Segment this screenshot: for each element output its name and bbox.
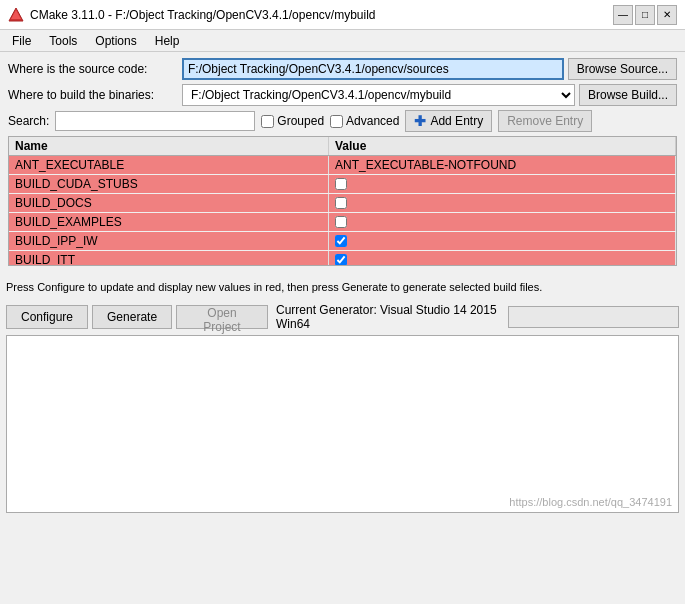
search-label: Search: (8, 114, 49, 128)
build-select[interactable]: F:/Object Tracking/OpenCV3.4.1/opencv/my… (182, 84, 575, 106)
menu-tools[interactable]: Tools (41, 32, 85, 50)
main-content: Where is the source code: Browse Source.… (0, 52, 685, 276)
close-button[interactable]: ✕ (657, 5, 677, 25)
table-row[interactable]: BUILD_CUDA_STUBS (9, 175, 676, 194)
name-cell: BUILD_DOCS (9, 194, 329, 212)
name-cell: BUILD_ITT (9, 251, 329, 266)
open-project-button[interactable]: Open Project (176, 305, 268, 329)
plus-icon: ✚ (414, 113, 426, 129)
name-cell: BUILD_CUDA_STUBS (9, 175, 329, 193)
browse-build-button[interactable]: Browse Build... (579, 84, 677, 106)
value-cell (329, 213, 676, 231)
watermark: https://blog.csdn.net/qq_3474191 (509, 496, 672, 508)
bottom-bar: Configure Generate Open Project Current … (0, 303, 685, 335)
value-column-header: Value (329, 137, 676, 155)
entries-table: Name Value ANT_EXECUTABLEANT_EXECUTABLE-… (8, 136, 677, 266)
build-label: Where to build the binaries: (8, 88, 178, 102)
source-input[interactable] (182, 58, 564, 80)
source-row: Where is the source code: Browse Source.… (8, 58, 677, 80)
entry-checkbox[interactable] (335, 197, 347, 209)
table-row[interactable]: BUILD_IPP_IW (9, 232, 676, 251)
table-row[interactable]: BUILD_EXAMPLES (9, 213, 676, 232)
name-cell: ANT_EXECUTABLE (9, 156, 329, 174)
add-entry-button[interactable]: ✚ Add Entry (405, 110, 492, 132)
browse-source-button[interactable]: Browse Source... (568, 58, 677, 80)
name-column-header: Name (9, 137, 329, 155)
grouped-label: Grouped (277, 114, 324, 128)
table-row[interactable]: BUILD_DOCS (9, 194, 676, 213)
menu-options[interactable]: Options (87, 32, 144, 50)
generator-label: Current Generator: Visual Studio 14 2015… (276, 303, 504, 331)
minimize-button[interactable]: — (613, 5, 633, 25)
grouped-checkbox-label[interactable]: Grouped (261, 114, 324, 128)
advanced-checkbox-label[interactable]: Advanced (330, 114, 399, 128)
status-bar: Press Configure to update and display ne… (0, 276, 685, 299)
generator-input[interactable] (508, 306, 679, 328)
value-cell (329, 175, 676, 193)
menu-bar: File Tools Options Help (0, 30, 685, 52)
value-cell (329, 194, 676, 212)
entry-checkbox[interactable] (335, 178, 347, 190)
table-row[interactable]: BUILD_ITT (9, 251, 676, 266)
table-header: Name Value (9, 137, 676, 156)
menu-help[interactable]: Help (147, 32, 188, 50)
title-bar: CMake 3.11.0 - F:/Object Tracking/OpenCV… (0, 0, 685, 30)
status-text: Press Configure to update and display ne… (6, 281, 542, 293)
value-cell: ANT_EXECUTABLE-NOTFOUND (329, 156, 676, 174)
configure-button[interactable]: Configure (6, 305, 88, 329)
menu-file[interactable]: File (4, 32, 39, 50)
search-row: Search: Grouped Advanced ✚ Add Entry Rem… (8, 110, 677, 132)
remove-entry-button[interactable]: Remove Entry (498, 110, 592, 132)
entry-checkbox[interactable] (335, 254, 347, 266)
title-bar-controls: — □ ✕ (613, 5, 677, 25)
name-cell: BUILD_EXAMPLES (9, 213, 329, 231)
maximize-button[interactable]: □ (635, 5, 655, 25)
title-bar-left: CMake 3.11.0 - F:/Object Tracking/OpenCV… (8, 7, 376, 23)
advanced-label: Advanced (346, 114, 399, 128)
entry-checkbox[interactable] (335, 235, 347, 247)
cmake-logo-icon (8, 7, 24, 23)
search-input[interactable] (55, 111, 255, 131)
build-row: Where to build the binaries: F:/Object T… (8, 84, 677, 106)
output-area: https://blog.csdn.net/qq_3474191 (6, 335, 679, 513)
name-cell: BUILD_IPP_IW (9, 232, 329, 250)
value-cell (329, 232, 676, 250)
entry-checkbox[interactable] (335, 216, 347, 228)
title-bar-text: CMake 3.11.0 - F:/Object Tracking/OpenCV… (30, 8, 376, 22)
advanced-checkbox[interactable] (330, 115, 343, 128)
table-row[interactable]: ANT_EXECUTABLEANT_EXECUTABLE-NOTFOUND (9, 156, 676, 175)
source-label: Where is the source code: (8, 62, 178, 76)
grouped-checkbox[interactable] (261, 115, 274, 128)
table-body: ANT_EXECUTABLEANT_EXECUTABLE-NOTFOUNDBUI… (9, 156, 676, 266)
generate-button[interactable]: Generate (92, 305, 172, 329)
add-entry-label: Add Entry (430, 114, 483, 128)
value-cell (329, 251, 676, 266)
